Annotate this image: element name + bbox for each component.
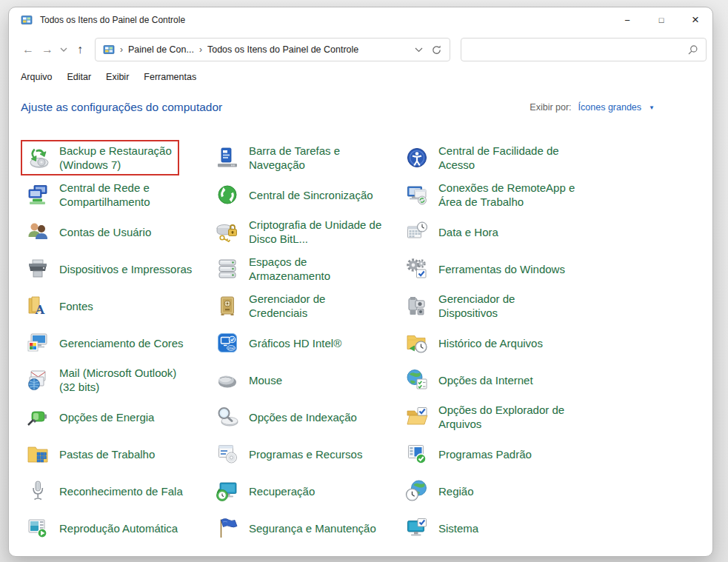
control-panel-item[interactable]: Opções de Energia — [21, 398, 210, 435]
control-panel-item[interactable]: Opções da Internet — [400, 361, 590, 398]
item-box: Reconhecimento de Fala — [21, 475, 190, 506]
item-box: Mouse — [210, 364, 290, 395]
control-panel-item[interactable]: Data e Hora — [400, 213, 590, 250]
control-panel-item[interactable]: AFontes — [21, 287, 210, 324]
control-panel-item[interactable]: Gerenciador de Credenciais — [210, 287, 400, 324]
item-label: Gráficos HD Intel® — [249, 336, 341, 350]
windows-tools-icon — [405, 257, 429, 281]
view-by-label: Exibir por: — [530, 102, 571, 113]
mail-icon — [26, 368, 50, 392]
control-panel-item[interactable]: Espaços de Armazenamento — [210, 250, 400, 287]
control-panel-item[interactable]: Sistema — [400, 509, 590, 546]
close-icon[interactable]: × — [678, 7, 712, 33]
control-panel-item[interactable]: Gerenciador de Dispositivos — [400, 287, 590, 324]
caret-down-icon: ▼ — [649, 104, 655, 111]
control-panel-item[interactable]: Mail (Microsoft Outlook) (32 bits) — [21, 361, 210, 398]
control-panel-item[interactable]: Backup e Restauração (Windows 7) — [21, 139, 210, 176]
window-title: Todos os Itens do Painel de Controle — [40, 15, 185, 25]
control-panel-item[interactable]: Contas de Usuário — [21, 213, 210, 250]
mouse-icon — [216, 368, 239, 392]
control-panel-item[interactable]: Opções de Indexação — [210, 398, 400, 435]
view-by-dropdown[interactable]: Ícones grandes — [578, 102, 641, 113]
control-panel-item[interactable]: Programas e Recursos — [210, 435, 400, 472]
item-label: Opções da Internet — [438, 373, 533, 387]
control-panel-item[interactable]: Recuperação — [210, 472, 400, 509]
recent-pages-chevron-icon[interactable] — [59, 47, 68, 52]
menu-editar[interactable]: Editar — [67, 72, 91, 82]
control-panel-item[interactable]: Central de Rede e Compartilhamento — [21, 176, 210, 213]
search-input[interactable] — [461, 39, 706, 61]
item-box: AFontes — [21, 290, 101, 321]
highlight-box: Backup e Restauração (Windows 7) — [21, 140, 179, 175]
security-maintenance-icon — [216, 516, 239, 540]
file-explorer-options-icon — [405, 405, 429, 429]
item-label: Programas e Recursos — [249, 447, 362, 461]
item-label: Mouse — [249, 373, 282, 387]
control-panel-item[interactable]: Segurança e Manutenção — [210, 509, 400, 546]
control-panel-item[interactable]: Ferramentas do Windows — [400, 250, 590, 287]
item-box: Sistema — [400, 512, 486, 543]
maximize-icon[interactable]: □ — [644, 7, 678, 33]
control-panel-item[interactable]: Opções do Explorador de Arquivos — [400, 398, 590, 435]
control-panel-item[interactable]: Central de Facilidade de Acesso — [400, 139, 590, 176]
menu-ferramentas[interactable]: Ferramentas — [144, 72, 196, 82]
forward-icon[interactable]: → — [40, 43, 55, 56]
control-panel-item[interactable]: Programas Padrão — [400, 435, 590, 472]
titlebar: Todos os Itens do Painel de Controle − □… — [9, 7, 712, 33]
item-box: Opções do Explorador de Arquivos — [400, 399, 572, 435]
content-header: Ajuste as configurações do computador Ex… — [21, 101, 701, 114]
item-box: Mail (Microsoft Outlook) (32 bits) — [21, 362, 184, 398]
control-panel-item[interactable]: Conexões de RemoteApp e Área de Trabalho — [400, 176, 590, 213]
control-panel-item[interactable]: Gerenciamento de Cores — [21, 324, 210, 361]
minimize-icon[interactable]: − — [610, 7, 644, 33]
item-label: Região — [438, 484, 474, 498]
control-panel-item[interactable]: Dispositivos e Impressoras — [21, 250, 210, 287]
item-label: Gerenciador de Credenciais — [249, 292, 325, 320]
address-bar[interactable]: › Painel de Con... › Todos os Itens do P… — [95, 38, 450, 61]
control-panel-item[interactable]: Região — [400, 472, 590, 509]
item-box: Gerenciamento de Cores — [21, 327, 191, 358]
control-panel-item[interactable]: Criptografia de Unidade de Disco BitL... — [210, 213, 400, 250]
item-box: Histórico de Arquivos — [400, 327, 550, 358]
item-box: Barra de Tarefas e Navegação — [210, 140, 347, 175]
address-dropdown-chevron-icon[interactable] — [415, 47, 423, 53]
control-panel-item[interactable]: Histórico de Arquivos — [400, 324, 590, 361]
item-box: Espaços de Armazenamento — [210, 251, 338, 287]
item-label: Histórico de Arquivos — [438, 336, 543, 350]
refresh-icon[interactable] — [431, 44, 442, 56]
menu-arquivo[interactable]: Arquivo — [21, 72, 52, 82]
control-panel-item[interactable]: Reprodução Automática — [21, 509, 210, 546]
item-label: Central de Rede e Compartilhamento — [59, 181, 150, 209]
breadcrumb-current[interactable]: Todos os Itens do Painel de Controle — [207, 44, 358, 55]
breadcrumb-parent[interactable]: Painel de Con... — [128, 44, 194, 55]
up-icon[interactable]: ↑ — [73, 43, 87, 56]
recovery-icon — [216, 479, 239, 503]
item-box: Central de Sincronização — [210, 179, 381, 210]
item-box: Data e Hora — [400, 216, 506, 247]
window-controls: − □ × — [610, 7, 712, 33]
power-options-icon — [26, 405, 50, 429]
back-icon[interactable]: ← — [21, 43, 36, 56]
control-panel-item[interactable]: intelGráficos HD Intel® — [210, 324, 400, 361]
file-history-icon — [405, 331, 429, 355]
item-label: Opções de Indexação — [249, 410, 357, 424]
item-label: Dispositivos e Impressoras — [59, 262, 192, 276]
item-label: Gerenciamento de Cores — [59, 336, 184, 350]
control-panel-item[interactable]: Mouse — [210, 361, 400, 398]
date-time-icon — [405, 220, 429, 244]
menu-exibir[interactable]: Exibir — [106, 72, 129, 82]
system-icon — [405, 516, 429, 540]
item-label: Reprodução Automática — [59, 521, 178, 535]
item-box: Dispositivos e Impressoras — [21, 253, 199, 284]
speech-recognition-icon — [26, 479, 50, 503]
autoplay-icon — [26, 516, 50, 540]
user-accounts-icon — [26, 220, 50, 244]
control-panel-item[interactable]: Reconhecimento de Fala — [21, 472, 210, 509]
control-panel-item[interactable]: Barra de Tarefas e Navegação — [210, 139, 400, 176]
device-manager-icon — [405, 294, 429, 318]
control-panel-item[interactable]: Central de Sincronização — [210, 176, 400, 213]
control-panel-item[interactable]: Pastas de Trabalho — [21, 435, 210, 472]
item-box: intelGráficos HD Intel® — [210, 327, 349, 358]
breadcrumb-separator: › — [120, 44, 123, 55]
item-box: Programas Padrão — [400, 438, 539, 469]
